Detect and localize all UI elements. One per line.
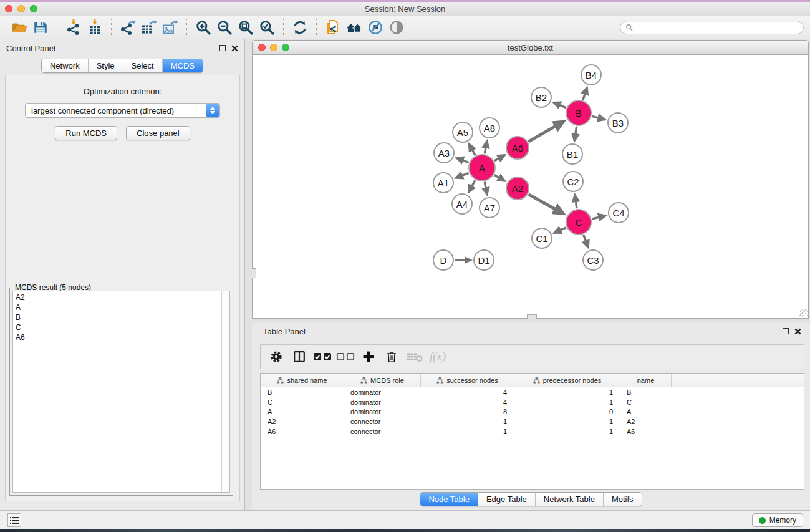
result-item[interactable]: C [16,322,219,332]
table-row[interactable]: Adominator80A [261,407,804,417]
cell-MCDS-role[interactable]: dominator [344,399,420,406]
cell-shared-name[interactable]: A [261,408,344,415]
result-list-scrollbar[interactable] [221,291,229,492]
zoom-fit-button[interactable] [235,18,256,37]
deselect-all-rows-button[interactable] [336,347,355,366]
cell-successor-nodes[interactable]: 4 [420,389,514,396]
cell-name[interactable]: A [620,408,671,415]
import-network-button[interactable] [63,18,84,37]
result-item[interactable]: B [16,312,219,322]
graph-edge-A-A2[interactable] [494,175,505,181]
graph-edge-A-A3[interactable] [456,158,469,163]
graph-edge-C-C1[interactable] [554,228,566,233]
delete-columns-button[interactable] [382,347,401,366]
tab-network-table[interactable]: Network Table [535,493,603,506]
graph-edge-B-B4[interactable] [583,87,587,100]
column-header-shared-name[interactable]: shared name [261,374,344,387]
graph-edge-C-C2[interactable] [575,195,577,208]
graph-node-B2[interactable]: B2 [531,87,552,108]
window-resize-grip[interactable] [799,309,808,317]
criterion-dropdown[interactable]: largest connected component (directed) [25,103,220,118]
zoom-in-button[interactable] [193,18,214,37]
graph-edge-A-A5[interactable] [469,144,475,155]
memory-button[interactable]: Memory [752,513,803,527]
tab-motifs[interactable]: Motifs [603,493,642,506]
graph-node-B4[interactable]: B4 [581,64,602,85]
tab-node-table[interactable]: Node Table [420,493,478,506]
graph-node-A7[interactable]: A7 [479,197,500,218]
column-header-successor-nodes[interactable]: successor nodes [420,374,514,387]
cell-successor-nodes[interactable]: 8 [420,408,514,415]
result-item[interactable]: A2 [16,293,219,302]
graph-edge-B-B3[interactable] [592,116,605,119]
cell-name[interactable]: C [620,399,671,406]
cell-shared-name[interactable]: C [261,399,344,406]
tab-network[interactable]: Network [42,59,88,72]
export-table-button[interactable] [138,18,160,37]
result-item[interactable]: A6 [16,332,219,342]
cell-predecessor-nodes[interactable]: 1 [514,418,620,425]
search-input[interactable] [636,23,798,32]
cell-predecessor-nodes[interactable]: 1 [514,428,620,435]
save-session-button[interactable] [30,18,51,37]
cell-name[interactable]: A6 [620,428,671,435]
column-header-predecessor-nodes[interactable]: predecessor nodes [514,374,620,387]
tab-select[interactable]: Select [123,59,162,72]
graph-node-A8[interactable]: A8 [479,117,500,138]
tab-edge-table[interactable]: Edge Table [478,493,535,506]
graph-edge-C-C4[interactable] [592,216,605,219]
graph-edge-B-B1[interactable] [574,127,576,141]
zoom-out-button[interactable] [214,18,235,37]
cell-MCDS-role[interactable]: connector [344,418,420,425]
graph-node-D[interactable]: D [433,249,454,271]
graph-node-A5[interactable]: A5 [452,122,473,143]
cell-shared-name[interactable]: A2 [261,418,344,425]
hide-selected-button[interactable] [365,18,386,37]
graph-node-A6[interactable]: A6 [506,136,529,160]
cell-successor-nodes[interactable]: 1 [420,428,514,435]
graph-edge-A-A8[interactable] [485,141,487,153]
close-panel-icon[interactable] [231,45,238,52]
graph-edge-B-B2[interactable] [554,102,566,107]
cell-MCDS-role[interactable]: dominator [344,408,420,415]
new-network-from-selection-button[interactable] [322,18,344,37]
open-session-button[interactable] [9,18,30,37]
table-options-button[interactable] [267,347,286,366]
graph-node-C3[interactable]: C3 [582,249,604,271]
cell-MCDS-role[interactable]: dominator [344,389,420,396]
graph-node-A2[interactable]: A2 [506,177,529,200]
graph-node-B[interactable]: B [566,100,592,126]
graph-node-B3[interactable]: B3 [607,112,629,133]
cell-MCDS-role[interactable]: connector [344,428,420,435]
graph-node-C1[interactable]: C1 [531,228,552,249]
export-network-button[interactable] [117,18,138,37]
cell-name[interactable]: B [620,389,671,396]
cell-name[interactable]: A2 [620,418,671,425]
table-row[interactable]: A6connector11A6 [261,427,804,437]
cell-predecessor-nodes[interactable]: 1 [514,389,620,396]
create-new-column-button[interactable] [359,347,378,366]
bottom-splitter-handle[interactable] [527,314,537,319]
graph-node-D1[interactable]: D1 [473,249,494,271]
graph-node-A[interactable]: A [468,154,496,181]
graph-node-C[interactable]: C [566,209,592,235]
cell-successor-nodes[interactable]: 1 [420,418,514,425]
close-panel-button[interactable]: Close panel [126,126,190,140]
table-row[interactable]: Cdominator41C [261,397,804,407]
table-row[interactable]: Bdominator41B [261,387,804,397]
tab-style[interactable]: Style [88,59,123,72]
graph-edge-A-A1[interactable] [456,173,468,178]
graph-edge-A-A4[interactable] [468,180,475,192]
graph-node-C4[interactable]: C4 [608,202,629,223]
graph-edge-A6-B[interactable] [528,122,564,142]
tab-mcds[interactable]: MCDS [162,59,203,72]
graph-node-A1[interactable]: A1 [433,172,454,193]
show-task-history-button[interactable] [7,513,21,527]
table-row[interactable]: A2connector11A2 [261,417,804,427]
zoom-selected-button[interactable] [256,18,277,37]
cell-shared-name[interactable]: A6 [261,428,344,435]
graph-node-B1[interactable]: B1 [562,143,583,165]
import-table-button[interactable] [84,18,105,37]
export-image-button[interactable] [160,18,181,37]
graph-node-A3[interactable]: A3 [433,142,455,163]
